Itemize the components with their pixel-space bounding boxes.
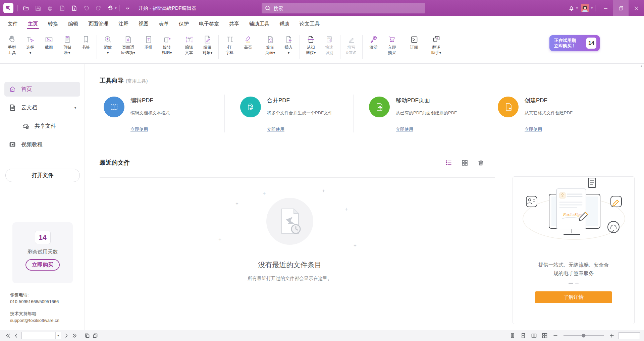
tool-from-scanner[interactable]: 从扫描仪▾ <box>302 33 320 55</box>
first-page-icon[interactable] <box>4 332 12 340</box>
grid-view-icon[interactable] <box>461 159 469 167</box>
tool-page-fit[interactable]: 页面适应选项▾ <box>117 33 139 55</box>
facing-continuous-view-icon[interactable] <box>541 332 549 340</box>
page-number-box[interactable]: ▾ <box>21 332 61 339</box>
notifications-caret-icon[interactable]: ▾ <box>576 6 578 10</box>
account-caret-icon[interactable]: ▾ <box>591 6 593 10</box>
previous-view-icon[interactable] <box>83 332 91 340</box>
use-now-link[interactable]: 立即使用 <box>130 126 148 132</box>
save-icon[interactable] <box>32 2 44 14</box>
clear-recent-trash-icon[interactable] <box>477 159 485 167</box>
card-create-pdf[interactable]: 创建PDF 从其它格式文件创建PDF 立即使用 <box>482 95 611 132</box>
trial-buy-badge[interactable]: 正在试用期立即购买！ 14 <box>549 35 600 51</box>
search-input[interactable] <box>274 6 422 11</box>
tool-edit-object[interactable]: 编辑对象▾ <box>198 33 217 55</box>
undo-icon[interactable] <box>80 2 92 14</box>
zoom-slider[interactable] <box>564 335 604 336</box>
tool-hand[interactable]: 手型工具 <box>3 33 21 55</box>
avatar[interactable] <box>581 4 589 12</box>
menu-protect[interactable]: 保护 <box>174 16 194 32</box>
cloud-docs-caret-icon[interactable]: ▾ <box>74 106 76 110</box>
tool-reflow[interactable]: 重排 <box>139 33 158 50</box>
carousel-dots[interactable] <box>513 283 634 284</box>
tool-clipboard[interactable]: 剪贴板▾ <box>58 33 76 55</box>
tool-rotate-pages[interactable]: 旋转页面▾ <box>261 33 279 55</box>
previous-page-icon[interactable] <box>12 332 20 340</box>
use-now-link[interactable]: 立即使用 <box>396 126 413 132</box>
menu-file[interactable]: 文件 <box>3 16 23 32</box>
sidebar-item-video-tutorials[interactable]: 视频教程 <box>4 137 80 152</box>
zoom-in-icon[interactable] <box>608 332 616 340</box>
cloud-share-icon <box>22 122 30 130</box>
sidebar-item-cloud-docs[interactable]: 云文档 ▾ <box>4 100 80 115</box>
tool-highlight[interactable]: 高亮 <box>239 33 257 50</box>
tool-insert[interactable]: 插入▾ <box>279 33 298 55</box>
tool-edit-text[interactable]: 编辑文本 <box>180 33 198 55</box>
hand-tool-quick-icon[interactable] <box>104 2 116 14</box>
tool-translate[interactable]: A 翻译助手▾ <box>427 33 445 55</box>
print-icon[interactable] <box>44 2 56 14</box>
next-page-icon[interactable] <box>62 332 70 340</box>
page-box-caret-icon[interactable]: ▾ <box>55 332 61 339</box>
continuous-view-icon[interactable] <box>519 332 527 340</box>
menu-comment[interactable]: 注释 <box>113 16 133 32</box>
menu-accessibility[interactable]: 辅助工具 <box>244 16 274 32</box>
tool-quick-ocr[interactable]: OCR 快速识别 <box>320 33 338 55</box>
facing-view-icon[interactable] <box>530 332 538 340</box>
card-move-pdf-pages[interactable]: 移动PDF页面 从已有的PDF页面创建新的PDF 立即使用 <box>353 95 482 132</box>
use-now-link[interactable]: 立即使用 <box>267 126 284 132</box>
zoom-level-box[interactable] <box>619 332 640 339</box>
tool-bookmark[interactable]: 书签 <box>76 33 95 50</box>
notifications-bell-icon[interactable] <box>566 2 578 14</box>
redo-icon[interactable] <box>92 2 104 14</box>
add-page-icon[interactable] <box>68 2 80 14</box>
ribbon-group-divider <box>362 35 363 59</box>
collapse-ribbon-icon[interactable] <box>122 2 134 14</box>
sidebar-item-home[interactable]: 首页 <box>4 82 80 97</box>
use-now-link[interactable]: 立即使用 <box>525 126 542 132</box>
menu-form[interactable]: 表单 <box>154 16 174 32</box>
minimize-button[interactable] <box>598 0 613 16</box>
menu-page-organize[interactable]: 页面管理 <box>83 16 113 32</box>
learn-more-button[interactable]: 了解详情 <box>535 291 612 303</box>
last-page-icon[interactable] <box>70 332 78 340</box>
tool-rotate-view[interactable]: 旋转视图▾ <box>158 33 176 55</box>
card-edit-pdf[interactable]: 编辑PDF 编辑文档和文本格式 立即使用 <box>100 95 224 132</box>
search-box[interactable] <box>262 3 425 13</box>
menu-esign[interactable]: 电子签章 <box>194 16 224 32</box>
tool-typewriter[interactable]: 打字机 <box>220 33 239 55</box>
zoom-slider-thumb[interactable] <box>582 334 586 338</box>
tool-snapshot[interactable]: 截图 <box>40 33 58 50</box>
menu-home[interactable]: 主页 <box>23 16 43 32</box>
single-page-view-icon[interactable] <box>508 332 517 340</box>
scrollbar-up-arrow-icon[interactable]: ▲ <box>640 64 643 68</box>
delete-page-icon[interactable] <box>56 2 68 14</box>
menu-edit[interactable]: 编辑 <box>63 16 83 32</box>
open-file-icon[interactable] <box>20 2 32 14</box>
tool-activate[interactable]: 激活 <box>364 33 383 50</box>
menu-convert[interactable]: 转换 <box>43 16 63 32</box>
next-view-icon[interactable] <box>91 332 99 340</box>
menu-share[interactable]: 共享 <box>224 16 244 32</box>
open-file-button[interactable]: 打开文件 <box>5 169 80 182</box>
list-view-icon[interactable] <box>444 159 452 167</box>
hand-tool-dropdown-caret-icon[interactable]: ▾ <box>115 6 117 10</box>
tool-zoom[interactable]: 缩放▾ <box>99 33 117 55</box>
menu-paper-tools[interactable]: 论文工具 <box>294 16 325 32</box>
tool-select[interactable]: 选择▾ <box>21 33 40 55</box>
restore-button[interactable] <box>613 0 629 16</box>
menu-help[interactable]: 帮助 <box>274 16 294 32</box>
tool-buy-now[interactable]: 立即购买 <box>383 33 401 55</box>
tool-subscribe[interactable]: 订阅 <box>405 33 423 50</box>
card-merge-pdf[interactable]: 合并PDF 将多个文件合并生成一个PDF文件 立即使用 <box>224 95 353 132</box>
close-button[interactable] <box>629 0 644 16</box>
zoom-out-icon[interactable] <box>551 332 559 340</box>
zoom-level-input[interactable] <box>619 333 640 339</box>
tool-fill-sign[interactable]: 填写&签名 <box>342 33 361 55</box>
support-email-value[interactable]: support@foxitsoftware.cn <box>10 317 59 324</box>
buy-now-button[interactable]: 立即购买 <box>25 259 60 271</box>
esign-promo-card: Foxit eSign 提供一站式、无缝流畅、安全合 规的电 <box>513 176 635 324</box>
menu-view[interactable]: 视图 <box>133 16 154 32</box>
sidebar-item-shared-files[interactable]: 共享文件 <box>18 119 80 133</box>
page-number-input[interactable] <box>22 333 55 338</box>
